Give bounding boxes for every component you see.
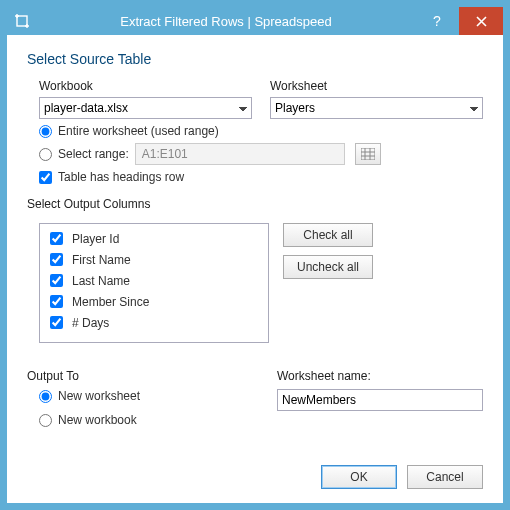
app-icon — [7, 7, 37, 35]
grid-icon — [361, 148, 375, 160]
select-range-label: Select range: — [58, 147, 129, 161]
source-heading: Select Source Table — [27, 51, 483, 67]
column-label: First Name — [72, 253, 131, 267]
new-workbook-label: New workbook — [58, 413, 137, 427]
range-input[interactable]: A1:E101 — [135, 143, 345, 165]
help-button[interactable]: ? — [415, 7, 459, 35]
column-checkbox[interactable] — [50, 274, 63, 287]
output-heading: Output To — [27, 369, 247, 383]
column-item[interactable]: First Name — [46, 249, 262, 270]
svg-rect-0 — [17, 16, 27, 26]
columns-heading: Select Output Columns — [27, 197, 483, 211]
column-label: Player Id — [72, 232, 119, 246]
worksheet-name-label: Worksheet name: — [277, 369, 483, 383]
headings-checkbox[interactable] — [39, 171, 52, 184]
svg-rect-1 — [361, 148, 375, 160]
new-worksheet-radio[interactable] — [39, 390, 52, 403]
column-checkbox[interactable] — [50, 295, 63, 308]
new-worksheet-label: New worksheet — [58, 389, 140, 403]
column-item[interactable]: # Days — [46, 312, 262, 333]
worksheet-select[interactable]: Players — [270, 97, 483, 119]
column-item[interactable]: Member Since — [46, 291, 262, 312]
column-checkbox[interactable] — [50, 232, 63, 245]
column-label: # Days — [72, 316, 109, 330]
range-picker-button[interactable] — [355, 143, 381, 165]
close-icon — [476, 16, 487, 27]
columns-listbox[interactable]: Player IdFirst NameLast NameMember Since… — [39, 223, 269, 343]
select-range-radio[interactable] — [39, 148, 52, 161]
column-checkbox[interactable] — [50, 316, 63, 329]
worksheet-label: Worksheet — [270, 79, 483, 93]
headings-label: Table has headings row — [58, 170, 184, 184]
worksheet-name-input[interactable] — [277, 389, 483, 411]
column-label: Last Name — [72, 274, 130, 288]
column-item[interactable]: Player Id — [46, 228, 262, 249]
close-button[interactable] — [459, 7, 503, 35]
cancel-button[interactable]: Cancel — [407, 465, 483, 489]
new-workbook-radio[interactable] — [39, 414, 52, 427]
ok-button[interactable]: OK — [321, 465, 397, 489]
title-bar: Extract Filtered Rows | Spreadspeed ? — [7, 7, 503, 35]
entire-worksheet-label: Entire worksheet (used range) — [58, 124, 219, 138]
workbook-label: Workbook — [39, 79, 252, 93]
column-item[interactable]: Last Name — [46, 270, 262, 291]
column-label: Member Since — [72, 295, 149, 309]
check-all-button[interactable]: Check all — [283, 223, 373, 247]
column-checkbox[interactable] — [50, 253, 63, 266]
window-title: Extract Filtered Rows | Spreadspeed — [37, 7, 415, 35]
uncheck-all-button[interactable]: Uncheck all — [283, 255, 373, 279]
entire-worksheet-radio[interactable] — [39, 125, 52, 138]
workbook-select[interactable]: player-data.xlsx — [39, 97, 252, 119]
dialog-window: Extract Filtered Rows | Spreadspeed ? Se… — [6, 6, 504, 504]
dialog-body: Select Source Table Workbook player-data… — [7, 35, 503, 503]
